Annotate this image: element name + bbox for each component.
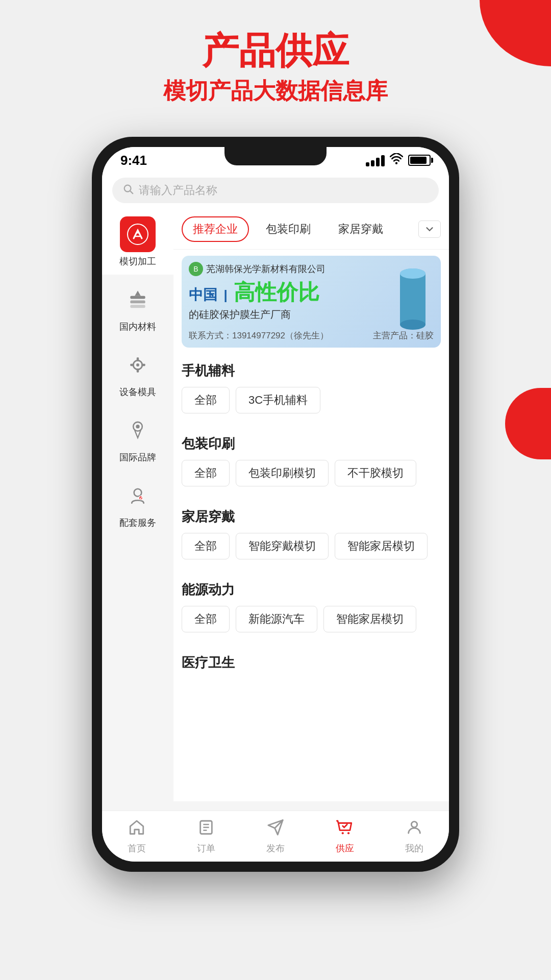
sidebar-icon-equipment xyxy=(120,347,156,383)
nav-item-supply[interactable]: 供应 xyxy=(310,819,380,854)
banner-cylinder-image xyxy=(395,266,431,327)
nav-item-profile[interactable]: 我的 xyxy=(380,819,449,854)
svg-point-9 xyxy=(136,363,139,366)
svg-point-0 xyxy=(395,162,397,164)
nav-item-publish[interactable]: 发布 xyxy=(241,819,310,854)
category-title-phone: 手机辅料 xyxy=(182,362,441,380)
battery-icon xyxy=(408,155,431,166)
nav-label-home: 首页 xyxy=(128,842,146,854)
category-tag[interactable]: 全部 xyxy=(182,387,230,413)
category-tag[interactable]: 全部 xyxy=(182,533,230,559)
bottom-nav: 首页 订单 xyxy=(102,811,449,862)
svg-point-16 xyxy=(134,489,142,497)
banner-company-icon: B xyxy=(189,262,203,276)
svg-point-27 xyxy=(347,832,349,834)
banner-company-name: B 芜湖韩保光学新材料有限公司 xyxy=(189,262,325,276)
phone-notch xyxy=(224,147,327,165)
phone-frame: 9:41 xyxy=(92,137,459,872)
status-time: 9:41 xyxy=(120,153,147,168)
nav-label-order: 订单 xyxy=(197,842,215,854)
phone-mockup: 9:41 xyxy=(0,137,551,872)
search-placeholder-text: 请输入产品名称 xyxy=(139,183,217,198)
category-section-home: 家居穿戴 全部 智能穿戴模切 智能家居模切 xyxy=(173,500,449,568)
sidebar-item-equipment[interactable]: 设备模具 xyxy=(102,340,173,405)
category-title-packaging: 包装印刷 xyxy=(182,435,441,453)
content-area: 推荐企业 包装印刷 家居穿戴 B 芜湖韩保光学新材料有限 xyxy=(173,209,449,801)
sidebar-label-brand: 国际品牌 xyxy=(119,451,156,463)
status-icons xyxy=(366,153,431,167)
filter-tab-packaging[interactable]: 包装印刷 xyxy=(255,217,321,241)
category-tags-energy: 全部 新能源汽车 智能家居模切 xyxy=(182,606,441,632)
page-title: 产品供应 xyxy=(0,31,551,71)
page-subtitle: 模切产品大数据信息库 xyxy=(0,76,551,106)
sidebar-item-moquie[interactable]: 模切加工 xyxy=(102,209,173,275)
category-section-medical: 医疗卫生 xyxy=(173,646,449,687)
nav-label-supply: 供应 xyxy=(336,842,354,854)
sidebar-item-service[interactable]: 配套服务 xyxy=(102,471,173,536)
sidebar: 模切加工 国内材料 xyxy=(102,209,173,801)
svg-line-2 xyxy=(130,191,133,193)
svg-point-28 xyxy=(411,821,417,827)
category-tag[interactable]: 3C手机辅料 xyxy=(236,387,320,413)
profile-icon xyxy=(406,819,423,840)
category-tag[interactable]: 智能家居模切 xyxy=(323,606,416,632)
nav-item-order[interactable]: 订单 xyxy=(171,819,241,854)
svg-rect-19 xyxy=(400,274,425,325)
sidebar-icon-material xyxy=(120,282,156,317)
banner-contact: 联系方式：13914977292（徐先生） xyxy=(189,330,329,341)
category-tag[interactable]: 全部 xyxy=(182,606,230,632)
search-container: 请输入产品名称 xyxy=(102,172,449,209)
sidebar-label-material: 国内材料 xyxy=(119,321,156,333)
svg-marker-7 xyxy=(135,291,141,296)
svg-point-21 xyxy=(400,268,425,279)
category-section-phone: 手机辅料 全部 3C手机辅料 xyxy=(173,354,449,422)
sidebar-label-service: 配套服务 xyxy=(119,517,156,529)
banner-main-text: 中国 | 高性价比 的硅胶保护膜生产厂商 xyxy=(189,278,319,322)
category-tag[interactable]: 智能家居模切 xyxy=(335,533,428,559)
wifi-icon xyxy=(390,153,403,167)
sidebar-icon-brand xyxy=(120,412,156,448)
svg-rect-5 xyxy=(130,301,145,304)
order-icon xyxy=(197,819,215,840)
svg-rect-11 xyxy=(137,369,139,373)
category-section-packaging: 包装印刷 全部 包装印刷模切 不干胶模切 xyxy=(173,427,449,495)
banner-china-label: 中国 xyxy=(189,287,217,303)
svg-rect-6 xyxy=(130,305,145,308)
category-tags-home: 全部 智能穿戴模切 智能家居模切 xyxy=(182,533,441,559)
publish-icon xyxy=(267,819,284,840)
banner-highlight-text: 高性价比 xyxy=(234,280,319,304)
filter-tabs: 推荐企业 包装印刷 家居穿戴 xyxy=(173,209,449,250)
home-icon xyxy=(128,819,145,840)
sidebar-icon-service xyxy=(120,478,156,513)
category-tag[interactable]: 全部 xyxy=(182,460,230,486)
sidebar-icon-moquie xyxy=(120,216,156,252)
supply-icon xyxy=(336,819,354,840)
filter-tab-home[interactable]: 家居穿戴 xyxy=(328,217,394,241)
filter-dropdown-button[interactable] xyxy=(418,220,441,238)
sidebar-item-material[interactable]: 国内材料 xyxy=(102,275,173,340)
sidebar-item-brand[interactable]: 国际品牌 xyxy=(102,405,173,471)
search-bar[interactable]: 请输入产品名称 xyxy=(112,178,439,203)
svg-point-26 xyxy=(342,832,344,834)
filter-tab-recommended[interactable]: 推荐企业 xyxy=(182,216,249,242)
banner-ad[interactable]: B 芜湖韩保光学新材料有限公司 中国 | 高性价比 的硅胶保护膜生产厂商 联系方… xyxy=(182,256,441,348)
category-tags-phone: 全部 3C手机辅料 xyxy=(182,387,441,413)
svg-rect-10 xyxy=(137,358,139,361)
signal-icon xyxy=(366,154,385,166)
nav-item-home[interactable]: 首页 xyxy=(102,819,171,854)
svg-rect-12 xyxy=(130,364,134,366)
svg-rect-4 xyxy=(130,296,145,299)
nav-label-publish: 发布 xyxy=(266,842,285,854)
svg-rect-13 xyxy=(141,364,145,366)
category-title-energy: 能源动力 xyxy=(182,581,441,599)
category-tag[interactable]: 不干胶模切 xyxy=(335,460,416,486)
search-icon xyxy=(122,183,134,198)
main-content: 模切加工 国内材料 xyxy=(102,209,449,801)
banner-sub-text: 的硅胶保护膜生产厂商 xyxy=(189,308,319,322)
sidebar-label-moquie: 模切加工 xyxy=(119,255,156,267)
svg-point-15 xyxy=(136,425,139,428)
category-tag[interactable]: 智能穿戴模切 xyxy=(236,533,329,559)
sidebar-label-equipment: 设备模具 xyxy=(119,386,156,398)
category-tag[interactable]: 新能源汽车 xyxy=(236,606,317,632)
category-tag[interactable]: 包装印刷模切 xyxy=(236,460,329,486)
